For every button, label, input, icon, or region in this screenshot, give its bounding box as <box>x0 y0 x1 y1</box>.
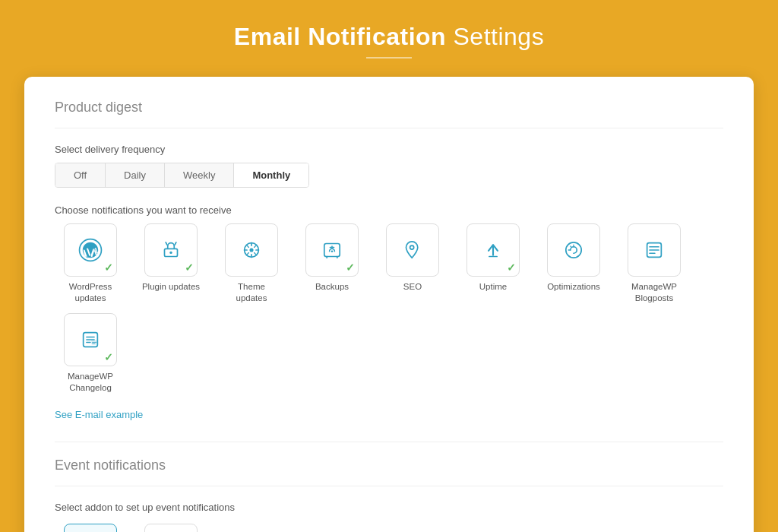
notif-label-optimizations: Optimizations <box>547 281 600 293</box>
notif-item-managewp-changelog[interactable]: ✓ ManageWPChangelog <box>55 313 126 394</box>
svg-point-9 <box>410 245 414 249</box>
notif-icon-managewp-blog <box>628 223 681 277</box>
notif-label-wordpress: WordPressupdates <box>69 281 112 304</box>
frequency-tabs: Off Daily Weekly Monthly <box>55 163 309 188</box>
title-divider <box>366 57 412 59</box>
svg-line-2 <box>166 242 167 245</box>
freq-tab-daily[interactable]: Daily <box>106 163 165 187</box>
notif-icon-theme <box>225 223 278 277</box>
notif-label-managewp-blog: ManageWPBlogposts <box>631 281 677 304</box>
freq-tab-off[interactable]: Off <box>55 163 106 187</box>
checkmark-wordpress: ✓ <box>104 262 113 273</box>
notif-icon-seo <box>386 223 439 277</box>
svg-point-8 <box>331 250 334 252</box>
freq-tab-weekly[interactable]: Weekly <box>165 163 234 187</box>
page-title: Email Notification Settings <box>234 23 544 51</box>
notif-item-plugin-updates[interactable]: ✓ Plugin updates <box>135 223 207 304</box>
section-divider-1 <box>55 128 723 128</box>
product-digest-section: Product digest Select delivery frequency… <box>55 100 723 439</box>
notif-icon-wordpress: ✓ <box>64 223 117 277</box>
svg-rect-7 <box>324 244 340 257</box>
notif-item-seo[interactable]: SEO <box>377 223 448 304</box>
checkmark-backups: ✓ <box>346 262 355 273</box>
addon-item-backups[interactable]: Backups <box>55 524 126 532</box>
checkmark-plugin: ✓ <box>185 262 194 273</box>
notif-label-uptime: Uptime <box>479 281 507 293</box>
addon-grid: Backups Uptime <box>55 524 723 532</box>
product-digest-title: Product digest <box>55 100 723 116</box>
svg-point-6 <box>249 248 253 252</box>
notifications-grid: ✓ WordPressupdates ✓ Plugin updates <box>55 223 723 394</box>
checkmark-changelog: ✓ <box>104 352 113 363</box>
addon-icon-uptime <box>144 524 198 532</box>
notif-label-managewp-changelog: ManageWPChangelog <box>68 371 113 394</box>
notif-icon-optimizations <box>547 223 600 277</box>
notif-choose-label: Choose notifications you want to receive <box>55 204 723 216</box>
svg-line-3 <box>175 242 176 245</box>
freq-tab-monthly[interactable]: Monthly <box>234 163 308 187</box>
notif-item-backups[interactable]: ✓ Backups <box>296 223 368 304</box>
notif-item-managewp-blogposts[interactable]: ManageWPBlogposts <box>618 223 690 304</box>
addon-item-uptime[interactable]: Uptime <box>135 524 207 532</box>
page-header: Email Notification Settings <box>234 23 544 59</box>
settings-card: Product digest Select delivery frequency… <box>24 77 754 532</box>
notif-label-backups: Backups <box>315 281 349 293</box>
notif-item-optimizations[interactable]: Optimizations <box>538 223 609 304</box>
section-divider-3 <box>55 486 723 486</box>
notif-item-theme-updates[interactable]: Themeupdates <box>216 223 287 304</box>
event-notifications-section: Event notifications Select addon to set … <box>55 442 723 532</box>
addon-icon-backups <box>64 524 117 532</box>
section-divider-2 <box>55 442 723 442</box>
notif-icon-backups: ✓ <box>305 223 359 277</box>
notif-label-plugin: Plugin updates <box>142 281 200 293</box>
addon-label: Select addon to set up event notificatio… <box>55 502 723 513</box>
see-email-example-link[interactable]: See E-mail example <box>55 409 143 420</box>
notif-item-wordpress-updates[interactable]: ✓ WordPressupdates <box>55 223 126 304</box>
freq-label: Select delivery frequency <box>55 144 723 155</box>
notif-item-uptime[interactable]: ✓ Uptime <box>457 223 529 304</box>
event-notifications-title: Event notifications <box>55 458 723 473</box>
notif-icon-uptime: ✓ <box>466 223 520 277</box>
notif-label-theme: Themeupdates <box>236 281 267 304</box>
checkmark-uptime: ✓ <box>507 262 516 273</box>
notif-label-seo: SEO <box>403 281 422 293</box>
svg-point-4 <box>169 252 172 254</box>
notif-icon-managewp-changelog: ✓ <box>64 313 117 366</box>
notif-icon-plugin: ✓ <box>144 223 198 277</box>
